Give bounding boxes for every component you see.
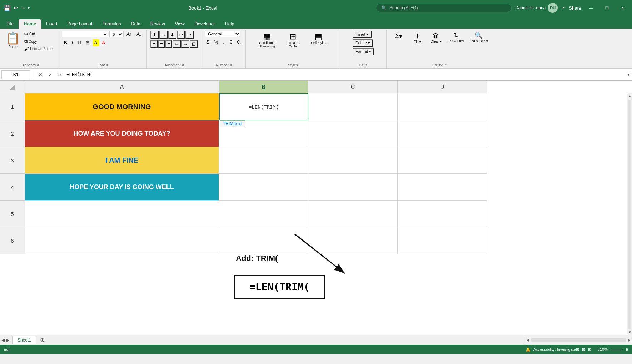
vertical-scrollbar[interactable]: ▲ ▼ xyxy=(627,93,632,335)
decrease-decimal-button[interactable]: 0. xyxy=(235,39,243,45)
align-bottom-button[interactable]: ⬇ xyxy=(168,31,176,39)
view-layout-icon[interactable]: ⊟ xyxy=(582,347,585,352)
align-center-button[interactable]: ≡ xyxy=(158,40,165,48)
number-format-select[interactable]: General xyxy=(205,31,240,37)
cell-A2[interactable]: HOW ARE YOU DOING TODAY? xyxy=(25,120,219,147)
currency-button[interactable]: $ xyxy=(205,39,211,45)
search-box[interactable]: 🔍 Search (Alt+Q) xyxy=(376,4,512,12)
autosum-button[interactable]: Σ▾ xyxy=(390,31,407,41)
row-header-4[interactable]: 4 xyxy=(0,174,25,201)
number-expand-icon[interactable]: ⧉ xyxy=(230,63,232,67)
cell-B1[interactable]: =LEN(TRIM( | TRIM(text xyxy=(219,93,308,120)
cell-A6[interactable] xyxy=(25,227,219,254)
decrease-indent-button[interactable]: ⇐ xyxy=(173,40,181,48)
cell-styles-button[interactable]: ▤ Cell Styles xyxy=(307,31,331,46)
wrap-text-button[interactable]: ↩ xyxy=(177,31,185,39)
align-top-button[interactable]: ⬆ xyxy=(150,31,159,39)
cell-C3[interactable] xyxy=(308,147,398,174)
formula-expand-button[interactable]: ▾ xyxy=(627,71,631,78)
sort-filter-button[interactable]: ⇅ Sort & Filter xyxy=(446,31,466,44)
cell-C5[interactable] xyxy=(308,201,398,227)
cell-A1[interactable]: GOOD MORNING xyxy=(25,93,219,120)
cancel-formula-icon[interactable]: ✕ xyxy=(36,71,45,78)
horizontal-scrollbar[interactable]: ◀ ▶ xyxy=(525,335,632,345)
col-header-D[interactable]: D xyxy=(398,81,487,93)
percent-button[interactable]: % xyxy=(212,39,220,45)
row-header-2[interactable]: 2 xyxy=(0,120,25,147)
cell-C2[interactable] xyxy=(308,120,398,147)
sheet-tab-sheet1[interactable]: Sheet1 xyxy=(12,336,36,344)
decrease-size-button[interactable]: A↓ xyxy=(135,31,144,37)
tab-developer[interactable]: Developer xyxy=(190,19,220,29)
cell-B3[interactable] xyxy=(219,147,308,174)
zoom-slider[interactable]: ——— xyxy=(611,347,622,352)
cell-C4[interactable] xyxy=(308,174,398,201)
cell-B4[interactable] xyxy=(219,174,308,201)
merge-center-button[interactable]: ⊡ xyxy=(190,40,198,48)
clipboard-expand-icon[interactable]: ⧉ xyxy=(37,63,39,67)
tab-file[interactable]: File xyxy=(1,19,19,29)
redo-icon[interactable]: ↪ xyxy=(21,5,25,11)
font-expand-icon[interactable]: ⧉ xyxy=(106,63,108,67)
cell-D3[interactable] xyxy=(398,147,487,174)
nav-left-button[interactable]: ◀ xyxy=(1,338,5,343)
underline-button[interactable]: U xyxy=(76,39,83,46)
add-sheet-button[interactable]: ⊕ xyxy=(37,336,48,344)
restore-button[interactable]: ❐ xyxy=(601,0,613,16)
row-header-5[interactable]: 5 xyxy=(0,201,25,227)
insert-function-icon[interactable]: fx xyxy=(56,71,64,78)
zoom-in-button[interactable]: ⊕ xyxy=(625,347,628,352)
tab-view[interactable]: View xyxy=(170,19,190,29)
tab-home[interactable]: Home xyxy=(19,19,41,29)
cell-D4[interactable] xyxy=(398,174,487,201)
scroll-right-button[interactable]: ▶ xyxy=(627,338,632,342)
cell-B6[interactable] xyxy=(219,227,308,254)
row-header-1[interactable]: 1 xyxy=(0,93,25,120)
delete-button[interactable]: Delete ▾ xyxy=(353,39,373,47)
hscroll-thumb[interactable] xyxy=(531,338,626,342)
scroll-up-button[interactable]: ▲ xyxy=(627,93,632,99)
tab-pagelayout[interactable]: Page Layout xyxy=(62,19,97,29)
share-label[interactable]: Share xyxy=(569,5,581,11)
cut-button[interactable]: ✂ Cut xyxy=(23,31,55,37)
increase-size-button[interactable]: A↑ xyxy=(125,31,134,37)
conditional-formatting-button[interactable]: ▦ Conditional Formatting xyxy=(255,31,279,50)
share-icon[interactable]: ↗ xyxy=(561,5,565,11)
format-painter-button[interactable]: 🖌 Format Painter xyxy=(23,45,55,52)
border-button[interactable]: ⊞ xyxy=(84,39,91,46)
cell-D1[interactable] xyxy=(398,93,487,120)
tab-data[interactable]: Data xyxy=(126,19,145,29)
cell-D2[interactable] xyxy=(398,120,487,147)
italic-button[interactable]: I xyxy=(70,39,75,46)
scroll-down-button[interactable]: ▼ xyxy=(627,329,632,335)
tab-help[interactable]: Help xyxy=(220,19,239,29)
orientation-button[interactable]: ↗ xyxy=(185,31,194,39)
tab-insert[interactable]: Insert xyxy=(41,19,62,29)
avatar[interactable]: DU xyxy=(548,3,558,13)
align-middle-button[interactable]: ↔ xyxy=(159,31,168,39)
insert-button[interactable]: Insert ▾ xyxy=(353,31,372,38)
cell-reference-box[interactable] xyxy=(1,70,30,79)
font-name-select[interactable] xyxy=(62,31,108,37)
ribbon-collapse-icon[interactable]: ⌃ xyxy=(444,64,447,67)
confirm-formula-icon[interactable]: ✓ xyxy=(46,71,55,78)
copy-button[interactable]: ⧉ Copy xyxy=(23,38,55,45)
minimize-button[interactable]: — xyxy=(585,0,597,16)
row-header-6[interactable]: 6 xyxy=(0,227,25,254)
cell-A3[interactable]: I AM FINE xyxy=(25,147,219,174)
tab-formulas[interactable]: Formulas xyxy=(97,19,126,29)
close-button[interactable]: ✕ xyxy=(617,0,628,16)
cell-A5[interactable] xyxy=(25,201,219,227)
save-icon[interactable]: 💾 xyxy=(4,5,11,11)
col-header-C[interactable]: C xyxy=(308,81,398,93)
undo-icon[interactable]: ↩ xyxy=(14,5,18,11)
col-header-B[interactable]: B xyxy=(219,81,308,93)
cell-D6[interactable] xyxy=(398,227,487,254)
paste-button[interactable]: 📋 Paste xyxy=(4,31,21,50)
format-button[interactable]: Format ▾ xyxy=(353,48,374,55)
increase-decimal-button[interactable]: .0 xyxy=(227,39,234,45)
comma-button[interactable]: , xyxy=(221,39,226,45)
find-select-button[interactable]: 🔍 Find & Select xyxy=(467,31,489,44)
fill-color-button[interactable]: A xyxy=(93,39,99,46)
scroll-thumb[interactable] xyxy=(628,100,631,329)
